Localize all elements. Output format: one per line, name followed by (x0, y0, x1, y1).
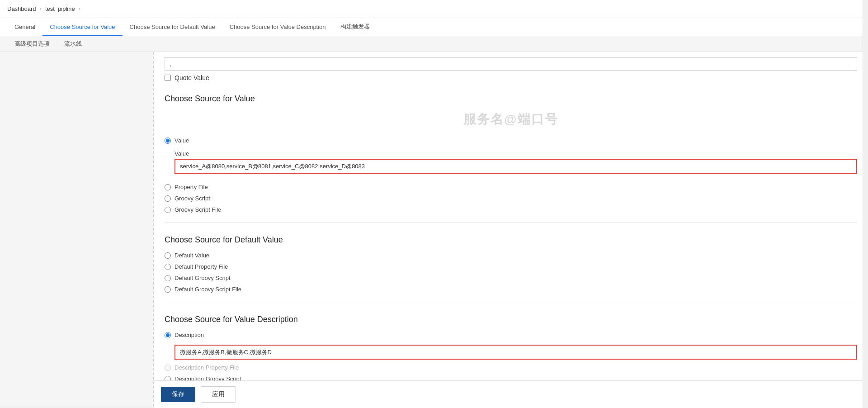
radio-default-property-file-input[interactable] (165, 264, 171, 270)
top-input-row (165, 52, 857, 74)
default-radio-group: Default Value Default Property File Defa… (165, 252, 857, 293)
tab-choose-source-description[interactable]: Choose Source for Value Description (222, 19, 333, 36)
value-subsection: Value (175, 150, 857, 174)
radio-default-value: Default Value (165, 252, 857, 259)
radio-property-file-input[interactable] (165, 184, 171, 190)
tab-build-trigger[interactable]: 构建触发器 (333, 18, 377, 36)
quote-value-label: Quote Value (175, 74, 209, 81)
radio-default-groovy-script-file: Default Groovy Script File (165, 286, 857, 293)
radio-default-groovy-script: Default Groovy Script (165, 275, 857, 281)
section-title-description: Choose Source for Value Description (165, 311, 857, 324)
section-title-default: Choose Source for Default Value (165, 232, 857, 245)
radio-default-value-input[interactable] (165, 252, 171, 259)
radio-default-property-file: Default Property File (165, 263, 857, 270)
radio-groovy-script-file-label: Groovy Script File (175, 206, 221, 213)
content-area: Quote Value Choose Source for Value 服务名@… (154, 52, 868, 407)
top-value-input[interactable] (165, 57, 857, 71)
radio-default-groovy-script-file-label: Default Groovy Script File (175, 286, 241, 293)
radio-description-property-file: Description Property File (165, 364, 857, 371)
radio-description-property-file-label: Description Property File (175, 364, 239, 371)
divider-1 (165, 222, 857, 223)
radio-description-label: Description (175, 332, 204, 338)
radio-groovy-script-label: Groovy Script (175, 195, 210, 202)
section-title-value: Choose Source for Value (165, 90, 857, 104)
watermark-text: 服务名@端口号 (165, 111, 857, 128)
value-field-input[interactable] (175, 159, 857, 174)
description-subsection (175, 345, 857, 360)
quote-value-checkbox[interactable] (165, 75, 171, 81)
divider-2 (165, 302, 857, 302)
radio-default-groovy-script-label: Default Groovy Script (175, 275, 231, 281)
radio-property-file: Property File (165, 184, 857, 190)
radio-default-value-label: Default Value (175, 252, 209, 259)
tab-choose-source-default[interactable]: Choose Source for Default Value (123, 19, 222, 36)
radio-groovy-script: Groovy Script (165, 195, 857, 202)
bottom-bar: 保存 应用 (154, 380, 868, 407)
radio-property-file-label: Property File (175, 184, 208, 190)
save-button[interactable]: 保存 (161, 387, 195, 402)
main-layout: Quote Value Choose Source for Value 服务名@… (0, 52, 868, 407)
breadcrumb-dashboard[interactable]: Dashboard (7, 5, 36, 12)
tab-general[interactable]: General (7, 19, 42, 36)
breadcrumb-arrow-2: › (79, 5, 80, 12)
radio-default-property-file-label: Default Property File (175, 263, 228, 270)
tab-choose-source-value[interactable]: Choose Source for Value (42, 19, 122, 36)
value-field-label: Value (175, 150, 857, 157)
description-field-input[interactable] (175, 345, 857, 360)
breadcrumb: Dashboard › test_pipline › (0, 0, 868, 18)
sub-tab-pipeline[interactable]: 流水线 (57, 36, 89, 52)
radio-description: Description (165, 332, 857, 338)
radio-default-groovy-script-file-input[interactable] (165, 286, 171, 293)
radio-description-property-file-input[interactable] (165, 365, 171, 371)
breadcrumb-pipeline[interactable]: test_pipline (45, 5, 75, 12)
sub-tab-advanced[interactable]: 高级项目选项 (7, 36, 57, 52)
radio-groovy-script-file-input[interactable] (165, 207, 171, 213)
left-sidebar (0, 52, 154, 407)
radio-value-label: Value (175, 137, 189, 144)
value-radio-group: Value Value Property File Groovy Script … (165, 137, 857, 213)
tabs-row: General Choose Source for Value Choose S… (0, 18, 868, 36)
radio-value-input[interactable] (165, 138, 171, 144)
right-scrollbar[interactable] (863, 0, 868, 407)
radio-description-input[interactable] (165, 332, 171, 338)
radio-groovy-script-input[interactable] (165, 195, 171, 202)
radio-groovy-script-file: Groovy Script File (165, 206, 857, 213)
apply-button[interactable]: 应用 (201, 386, 236, 403)
sub-tabs-row: 高级项目选项 流水线 (0, 36, 868, 52)
radio-value: Value (165, 137, 857, 144)
radio-default-groovy-script-input[interactable] (165, 275, 171, 281)
quote-value-row: Quote Value (165, 74, 857, 81)
breadcrumb-arrow-1: › (40, 5, 42, 12)
